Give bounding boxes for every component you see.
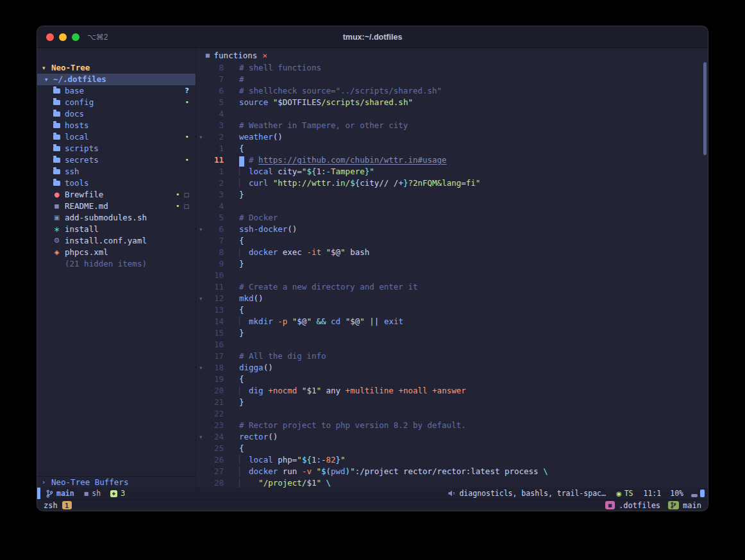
tree-item-label: add-submodules.sh — [65, 212, 147, 224]
tab-functions[interactable]: functions — [214, 51, 258, 60]
code-token: -it — [302, 247, 321, 257]
code-token: { — [239, 374, 244, 384]
tab-close-icon[interactable]: × — [262, 51, 267, 60]
code-line[interactable]: 4 — [196, 108, 708, 120]
tree-item-ssh[interactable]: ssh — [37, 166, 196, 177]
code-text: ▏ curl "http://wttr.in/${city// /+}?2nFQ… — [239, 177, 480, 189]
line-number: 4 — [206, 108, 224, 120]
code-line[interactable]: 19{ — [196, 374, 708, 385]
tmux-directory-label: .dotfiles — [619, 501, 660, 510]
code-token: ssh-docker — [239, 224, 287, 234]
tree-item-phpcs-xml[interactable]: ◈phpcs.xml — [37, 247, 196, 258]
code-token: $@ — [350, 317, 360, 326]
code-line[interactable]: 15} — [196, 327, 708, 339]
tree-item-add-submodules-sh[interactable]: ▣add-submodules.sh — [37, 212, 196, 224]
tree-item-scripts[interactable]: scripts — [37, 143, 196, 154]
line-number: 7 — [206, 235, 224, 247]
code-line[interactable]: 20▏ dig +nocmd "$1" any +multiline +noal… — [196, 385, 708, 397]
code-line[interactable]: 22 — [196, 408, 708, 420]
code-line[interactable]: 5source "$DOTFILES/scripts/shared.sh" — [196, 97, 708, 108]
minimize-window-button[interactable] — [59, 33, 67, 41]
neotree-title: Neo-Tree — [51, 62, 90, 74]
code-token: city= — [273, 167, 302, 176]
code-line[interactable]: 9} — [196, 258, 708, 270]
folder-icon — [53, 146, 60, 151]
code-line[interactable]: 8▏ docker exec -it "$@" bash — [196, 247, 708, 258]
close-window-button[interactable] — [46, 33, 54, 41]
zoom-window-button[interactable] — [72, 33, 80, 41]
code-line[interactable]: 28▏ "/project/$1" \ — [196, 477, 708, 488]
tree-root-item[interactable]: ▾~/.dotfiles — [37, 74, 196, 85]
code-line[interactable]: ▾18digga() — [196, 362, 708, 374]
tree-item-label: docs — [65, 108, 84, 120]
tree-item-install-conf-yaml[interactable]: ⚙install.conf.yaml — [37, 235, 196, 247]
tree-item-label: README.md — [65, 201, 108, 212]
code-line[interactable]: ▾2weather() — [196, 131, 708, 143]
tree-item-readme-md[interactable]: ◼README.md•□ — [37, 201, 196, 212]
git-modified-icon: • — [185, 131, 190, 143]
code-line[interactable]: 5# Docker — [196, 212, 708, 224]
code-line[interactable]: ▾6ssh-docker() — [196, 224, 708, 235]
code-line[interactable]: 14▏ mkdir -p "$@" && cd "$@" || exit — [196, 316, 708, 327]
git-branch-indicator[interactable]: main — [46, 489, 74, 498]
code-line[interactable]: 16 — [196, 339, 708, 350]
code-text: ▏ mkdir -p "$@" && cd "$@" || exit — [239, 316, 403, 327]
code-line[interactable]: 13{ — [196, 304, 708, 316]
chevron-right-icon: › — [42, 477, 51, 488]
tree-item-secrets[interactable]: secrets• — [37, 154, 196, 166]
code-token: weather — [239, 132, 273, 142]
fold-marker-icon — [196, 212, 206, 224]
code-line[interactable]: 2▏ curl "http://wttr.in/${city// /+}?2nF… — [196, 177, 708, 189]
code-line[interactable]: ▾12mkd() — [196, 293, 708, 304]
tree-item-tools[interactable]: tools — [37, 177, 196, 189]
code-text: ▏ dig +nocmd "$1" any +multiline +noall … — [239, 385, 466, 397]
code-line[interactable]: 7# — [196, 74, 708, 85]
code-line[interactable]: 11 # https://github.com/chubin/wttr.in#u… — [196, 154, 708, 166]
code-line[interactable]: 7{ — [196, 235, 708, 247]
code-line[interactable]: 10 — [196, 270, 708, 281]
code-line[interactable]: ▾24rector() — [196, 431, 708, 443]
code-line[interactable]: 26▏ local php="${1:-82}" — [196, 454, 708, 466]
code-line[interactable]: 3# Weather in Tampere, or other city — [196, 120, 708, 131]
code-token — [287, 317, 292, 326]
code-token: # Docker — [239, 213, 278, 222]
code-token: curl — [249, 178, 268, 188]
titlebar[interactable]: ⌥⌘2 tmux:~/.dotfiles — [37, 26, 708, 48]
tmux-window-item[interactable]: zsh 1 — [44, 501, 72, 510]
code-token: && — [312, 317, 331, 326]
git-modified-icon: • — [176, 189, 180, 201]
tree-item-label: install — [65, 224, 99, 235]
code-line[interactable]: 1▏ local city="${1:-Tampere}" — [196, 166, 708, 177]
line-number: 8 — [206, 62, 224, 74]
code-text: ▏ local city="${1:-Tampere}" — [239, 166, 374, 177]
code-token — [340, 317, 346, 326]
code-line[interactable]: 23# Rector project to php version 8.2 by… — [196, 420, 708, 431]
tree-item-install[interactable]: ∗install — [37, 224, 196, 235]
tree-item-docs[interactable]: docs — [37, 108, 196, 120]
code-line[interactable]: 4 — [196, 201, 708, 212]
hidden-items-note: (21 hidden items) — [37, 258, 196, 270]
code-line[interactable]: 27▏ docker run -v "$(pwd)":/project rect… — [196, 466, 708, 477]
code-line[interactable]: 3} — [196, 189, 708, 201]
tree-item-base[interactable]: base? — [37, 85, 196, 97]
tree-item-config[interactable]: config• — [37, 97, 196, 108]
code-line[interactable]: 25{ — [196, 443, 708, 454]
code-text: { — [239, 374, 244, 385]
tree-item-hosts[interactable]: hosts — [37, 120, 196, 131]
fold-marker-icon — [196, 120, 206, 131]
statusline-end-segment — [700, 490, 705, 497]
neotree-buffers-section[interactable]: › Neo-Tree Buffers — [37, 476, 196, 488]
code-line[interactable]: 8# shell functions — [196, 62, 708, 74]
line-number: 16 — [206, 339, 224, 350]
code-line[interactable]: 21} — [196, 397, 708, 408]
code-line[interactable]: 11# Create a new directory and enter it — [196, 281, 708, 293]
tree-item-local[interactable]: local• — [37, 131, 196, 143]
folder-icon — [53, 111, 60, 117]
fold-marker-icon — [196, 443, 206, 454]
code-line[interactable]: 6# shellcheck source="../scripts/shared.… — [196, 85, 708, 97]
scrollbar-thumb[interactable] — [703, 62, 707, 155]
statusline-end-segment — [691, 494, 698, 497]
code-line[interactable]: 17# All the dig info — [196, 350, 708, 362]
code-line[interactable]: 1{ — [196, 143, 708, 154]
tree-item-brewfile[interactable]: ●Brewfile•□ — [37, 189, 196, 201]
